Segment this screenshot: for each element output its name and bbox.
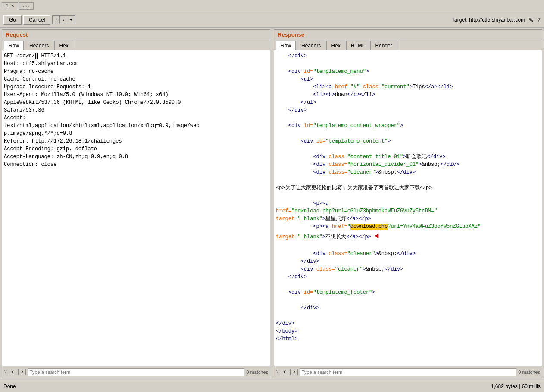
toolbar: Go Cancel ‹ › ▾ Target: http://ctf5.shiy… [0, 12, 544, 28]
tab-more-button[interactable]: ... [19, 2, 34, 10]
request-content: GET /down/| HTTP/1.1 Host: ctf5.shiyanba… [2, 50, 270, 366]
request-tab-raw[interactable]: Raw [4, 41, 24, 50]
request-tab-headers[interactable]: Headers [25, 41, 53, 50]
nav-back-button[interactable]: ‹ [53, 16, 60, 24]
go-button[interactable]: Go [3, 15, 22, 25]
response-search-bar: ? < > 0 matches [274, 366, 542, 378]
request-tab-hex[interactable]: Hex [54, 41, 73, 50]
cancel-button[interactable]: Cancel [23, 15, 50, 25]
response-tab-headers[interactable]: Headers [297, 41, 325, 50]
response-search-input[interactable] [300, 368, 516, 376]
response-tab-raw[interactable]: Raw [276, 41, 296, 50]
request-search-prev[interactable]: < [9, 369, 16, 375]
response-panel: Response Raw Headers Hex HTML Render </d… [274, 29, 542, 378]
response-search-matches: 0 matches [518, 370, 540, 375]
request-search-matches: 0 matches [246, 370, 268, 375]
nav-forward-button[interactable]: › [60, 16, 67, 24]
request-search-help-icon[interactable]: ? [4, 369, 7, 375]
status-right: 1,682 bytes | 60 millis [491, 383, 541, 389]
nav-more-button[interactable]: ▾ [67, 16, 75, 24]
response-search-help-icon[interactable]: ? [276, 369, 279, 375]
status-left: Done [3, 383, 16, 389]
response-tab-html[interactable]: HTML [346, 41, 370, 50]
response-search-next[interactable]: > [290, 369, 298, 375]
response-tab-hex[interactable]: Hex [326, 41, 345, 50]
edit-icon[interactable]: ✎ [528, 16, 534, 23]
request-search-input[interactable] [28, 368, 244, 376]
main-content: Request Raw Headers Hex GET /down/| HTTP… [0, 28, 544, 380]
nav-group: ‹ › ▾ [52, 15, 75, 24]
title-bar: 1 × ... [0, 0, 544, 12]
response-panel-title: Response [274, 30, 542, 40]
request-search-bar: ? < > 0 matches [2, 366, 270, 378]
request-search-next[interactable]: > [18, 369, 26, 375]
target-label: Target: http://ctf5.shiyanbar.com [452, 17, 525, 23]
help-icon[interactable]: ? [537, 16, 541, 23]
tab-1[interactable]: 1 × [2, 2, 18, 9]
response-tab-render[interactable]: Render [370, 41, 397, 50]
target-info: Target: http://ctf5.shiyanbar.com ✎ ? [452, 16, 541, 23]
status-bar: Done 1,682 bytes | 60 millis [0, 380, 544, 392]
request-tab-bar: Raw Headers Hex [2, 40, 270, 50]
tab-label: 1 × [6, 3, 14, 9]
response-search-prev[interactable]: < [281, 369, 288, 375]
response-content: </div> <div id="templatemo_menu"> <ul> <… [274, 50, 542, 366]
request-panel: Request Raw Headers Hex GET /down/| HTTP… [2, 29, 270, 378]
request-panel-title: Request [2, 30, 270, 40]
response-tab-bar: Raw Headers Hex HTML Render [274, 40, 542, 50]
